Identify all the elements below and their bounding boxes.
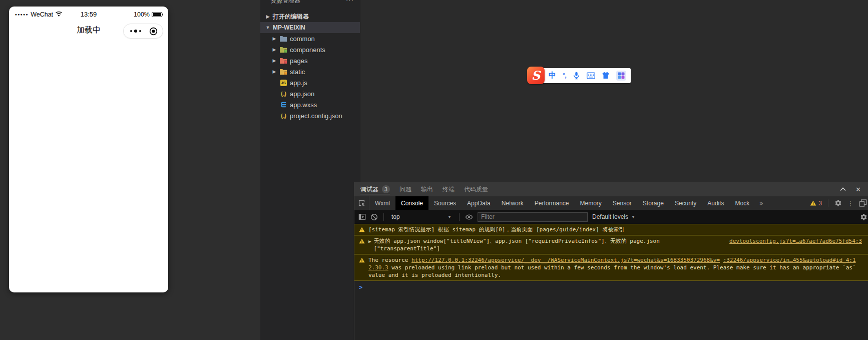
console-text [720,257,723,263]
warning-count-badge[interactable]: 3 [810,200,822,207]
devtools-tab-audits[interactable]: Audits [702,196,729,210]
folder-icon [279,35,287,43]
sogou-logo-icon[interactable]: S [527,67,545,84]
devtools-tab-security[interactable]: Security [669,196,702,210]
source-file-link[interactable]: devtoolsconfig.js?t=…a67aef7ad6e75fd54:3 [719,237,862,245]
phone-title-bar: 加载中 [9,20,168,41]
console-warning-message: ▶无效的 app.json window["titleNView"]、app.j… [354,235,868,254]
wxss-file-icon [279,101,287,109]
close-panel-icon[interactable]: ✕ [855,186,861,193]
keyboard-icon[interactable] [587,72,595,79]
show-sidebar-icon[interactable] [358,213,366,220]
console-toolbar: top ▼ Default levels ▼ [354,210,868,224]
section-project-root[interactable]: ▼ MP-WEIXIN [260,22,360,33]
chevron-right-icon: ▶ [272,36,277,41]
skin-shirt-icon[interactable] [602,72,610,79]
panel-tab-代码质量[interactable]: 代码质量 [464,182,488,196]
chevron-right-icon: ▶ [265,14,270,19]
microphone-icon[interactable] [573,72,580,80]
file-name: app.js [290,79,307,87]
devtools-tab-sources[interactable]: Sources [428,196,462,210]
chevron-right-icon: ▶ [272,69,277,74]
more-tabs-button[interactable]: » [755,196,767,210]
explorer-sections: ▶ 打开的编辑器 ▼ MP-WEIXIN ▶common▶components▶… [260,11,360,121]
tree-item-static[interactable]: ▶static [260,66,360,77]
message-text: 无效的 app.json window["titleNView"]、app.js… [373,237,674,252]
tree-item-common[interactable]: ▶common [260,33,360,44]
dock-panels-icon[interactable] [859,199,867,207]
miniprogram-capsule [123,24,163,39]
tree-item-app.wxss[interactable]: app.wxss [260,99,360,110]
panel-tab-调试器[interactable]: 调试器3 [360,182,390,196]
tree-item-pages[interactable]: ▶pages [260,55,360,66]
console-settings-gear-icon[interactable] [860,213,867,221]
console-text: was preloaded using link preload but not… [368,264,859,278]
console-prompt[interactable]: > [354,281,868,291]
inspect-element-icon[interactable] [354,196,369,210]
console-warning-message: The resource http://127.0.0.1:32246/apps… [354,254,868,281]
json-file-icon: {..} [279,90,287,98]
folder-icon [279,57,287,65]
debugger-panel: 调试器3问题输出终端代码质量 ✕ WxmlConsoleSourcesAppDa… [354,182,868,340]
warning-icon [359,257,365,263]
console-warning-message: [sitemap 索引情况提示] 根据 sitemap 的规则[0]，当前页面 … [354,224,868,235]
console-url-link[interactable]: http://127.0.0.1:32246/appservice/__dev_… [411,257,720,263]
expand-panel-icon[interactable] [840,187,846,191]
devtools-tab-appdata[interactable]: AppData [462,196,496,210]
console-text: 无效的 app.json window["titleNView"]、app.js… [373,238,663,252]
tree-item-app.json[interactable]: {..}app.json [260,88,360,99]
file-name: app.json [290,90,314,98]
explorer-panel: 资源管理器 ··· ▶ 打开的编辑器 ▼ MP-WEIXIN ▶common▶c… [260,0,360,340]
console-text: The resource [368,257,411,263]
devtools-tab-storage[interactable]: Storage [637,196,669,210]
chinese-mode-button[interactable]: 中 [549,71,556,80]
toolbox-grid-icon[interactable] [616,71,626,81]
expand-message-icon[interactable]: ▶ [368,238,371,245]
explorer-header: 资源管理器 ··· [260,0,360,7]
devtools-tab-console[interactable]: Console [395,196,428,210]
warning-icon [359,227,365,232]
punctuation-button[interactable]: °, [563,72,566,79]
devtools-tab-bar: WxmlConsoleSourcesAppDataNetworkPerforma… [354,196,868,210]
folder-icon [279,46,287,54]
devtools-tab-mock[interactable]: Mock [730,196,755,210]
section-open-editors[interactable]: ▶ 打开的编辑器 [260,11,360,22]
devtools-tab-wxml[interactable]: Wxml [369,196,395,210]
devtools-tab-memory[interactable]: Memory [574,196,607,210]
kebab-menu-icon[interactable]: ⋮ [842,199,859,207]
json-file-icon: {..} [279,112,287,120]
panel-tab-问题[interactable]: 问题 [399,182,411,196]
tree-item-project.config.json[interactable]: {..}project.config.json [260,110,360,121]
console-messages: [sitemap 索引情况提示] 根据 sitemap 的规则[0]，当前页面 … [354,224,868,281]
devtools-tab-performance[interactable]: Performance [529,196,575,210]
sogou-input-toolbar: S 中 °, [527,67,631,84]
clear-console-icon[interactable] [370,213,378,221]
file-name: pages [290,57,307,65]
capsule-menu-button[interactable] [130,30,141,33]
tree-item-components[interactable]: ▶components [260,44,360,55]
chevron-down-icon: ▼ [265,25,270,30]
warning-icon [359,238,365,244]
file-name: app.wxss [290,101,317,109]
message-text: [sitemap 索引情况提示] 根据 sitemap 的规则[0]，当前页面 … [368,226,624,233]
log-levels-selector[interactable]: Default levels ▼ [592,213,635,220]
explorer-more-button[interactable]: ··· [346,0,354,4]
console-text: [sitemap 索引情况提示] 根据 sitemap 的规则[0]，当前页面 … [368,226,624,233]
file-name: project.config.json [290,112,342,120]
settings-gear-icon[interactable] [834,199,842,207]
panel-tab-输出[interactable]: 输出 [421,182,433,196]
capsule-home-button[interactable] [149,27,158,36]
live-expression-eye-icon[interactable] [465,214,473,220]
context-selector[interactable]: top ▼ [389,213,454,220]
folder-icon [279,68,287,76]
tab-badge: 3 [382,185,390,193]
console-filter-input[interactable] [478,212,588,222]
devtools-tabs: WxmlConsoleSourcesAppDataNetworkPerforma… [369,196,755,210]
tree-item-app.js[interactable]: JSapp.js [260,77,360,88]
panel-tab-终端[interactable]: 终端 [443,182,455,196]
file-name: common [290,35,315,43]
phone-simulator: ●●●●● WeChat 13:59 100% 加载中 [9,7,168,292]
devtools-tab-sensor[interactable]: Sensor [607,196,637,210]
devtools-tab-network[interactable]: Network [496,196,529,210]
chevron-right-icon: ▶ [272,58,277,63]
